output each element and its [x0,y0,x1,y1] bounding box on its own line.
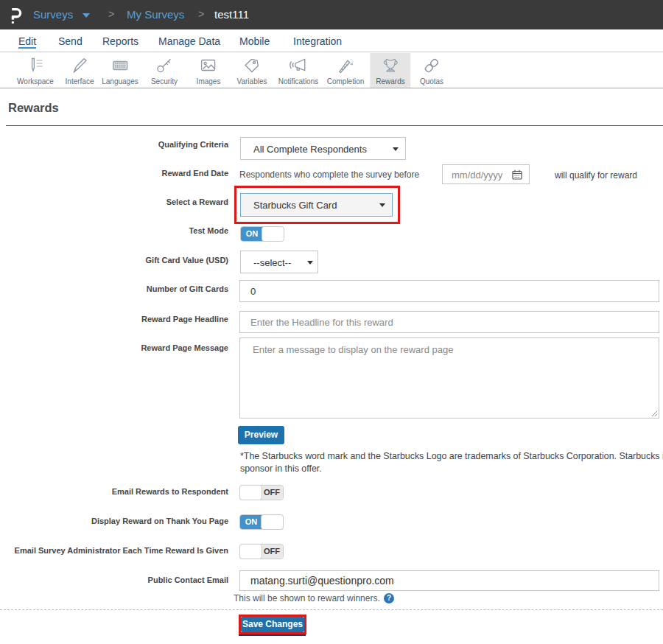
svg-text:?: ? [387,594,391,602]
